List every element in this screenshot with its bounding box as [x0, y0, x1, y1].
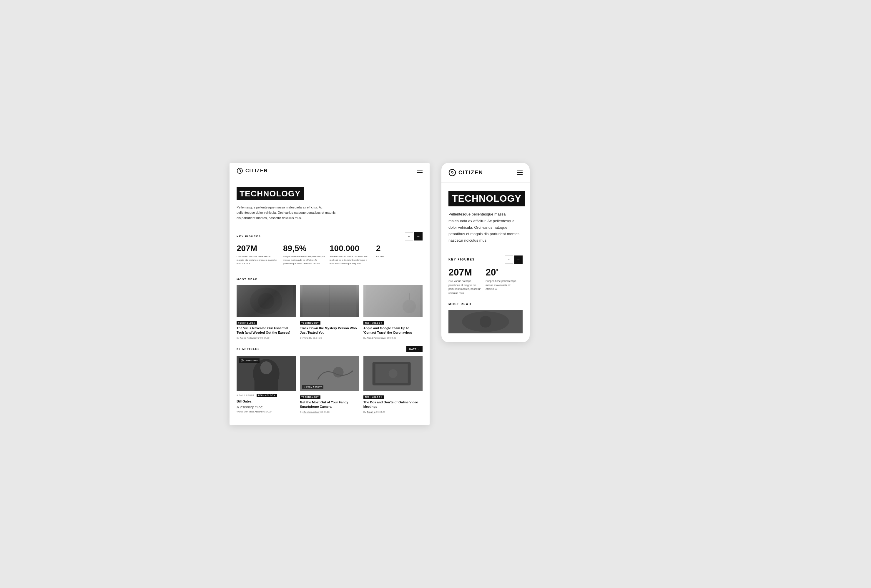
figure-number-3: 100.000 [329, 244, 371, 253]
mobile-key-figures-nav: ← → [505, 255, 522, 264]
mobile-hero-description: Pellentesque pellentesque massa malesuad… [449, 211, 522, 243]
key-figures-next-btn[interactable]: → [414, 232, 422, 240]
card-image-3 [364, 285, 422, 317]
article-author-3[interactable]: Teng Hu [367, 411, 376, 413]
date-filter-btn[interactable]: DATE ↓ [406, 346, 422, 352]
desktop-hero: TECHNOLOGY Pellentesque pellentesque mas… [229, 179, 430, 226]
article-image-2: ● FROM A STORY [300, 356, 359, 391]
svg-point-17 [333, 367, 344, 378]
svg-point-25 [480, 316, 491, 327]
key-figures-prev-btn[interactable]: ← [405, 232, 413, 240]
article-meta-3: By Teng Hu 09.04.20 [364, 411, 422, 413]
article-card-3[interactable]: TECHNOLOGY The Dos and Don'ts of Online … [364, 356, 422, 413]
svg-point-13 [260, 361, 272, 374]
article-date-1: 09.04.20 [262, 410, 271, 413]
card-date-3: 09.04.20 [387, 337, 396, 339]
mobile-most-read-image [449, 310, 522, 333]
figure-number-2: 89,5% [283, 244, 325, 253]
most-read-card-2[interactable]: TECHNOLOGY Track Down the Mystery Person… [300, 285, 359, 339]
card-tag-3: TECHNOLOGY [364, 321, 384, 325]
from-story-badge: ● FROM A STORY [302, 385, 323, 389]
figure-number-4: 2 [376, 244, 418, 253]
mobile-most-read-label: MOST READ [449, 303, 471, 306]
mobile-logo-icon [449, 169, 456, 176]
mobile-most-read-header: MOST READ [441, 301, 530, 306]
mobile-figure-desc-1: Orci varius natoque penatibus et magnis … [449, 279, 481, 295]
key-figures-label: KEY FIGURES [236, 235, 261, 238]
mobile-screen: CITIZEN TECHNOLOGY Pellentesque pellente… [441, 163, 530, 342]
figure-number-1: 207M [236, 244, 278, 253]
most-read-card-1[interactable]: TECHNOLOGY The Virus Revealed Our Essent… [236, 285, 296, 339]
mobile-figure-desc-2: Suspendisse pellentesque massa malesuada… [485, 279, 518, 291]
mobile-category-title: TECHNOLOGY [449, 191, 525, 206]
card-tag-2: TECHNOLOGY [300, 321, 320, 325]
most-read-cards: TECHNOLOGY The Virus Revealed Our Essent… [236, 285, 422, 339]
logo-text: CITIZEN [245, 168, 268, 173]
desktop-logo[interactable]: CITIZEN [236, 167, 268, 174]
logo-icon [236, 167, 243, 174]
article-date-3: 09.04.20 [376, 411, 385, 413]
svg-point-3 [258, 293, 274, 309]
most-read-label: MOST READ [236, 278, 258, 281]
mobile-key-figures-prev-btn[interactable]: ← [505, 255, 513, 264]
article-title-3: The Dos and Don'ts of Online Video Meeti… [364, 400, 422, 409]
card-author-2[interactable]: Teng Hu [303, 337, 312, 339]
figure-item-3: 100.000 Scelerisque sed mattis dis molli… [329, 244, 376, 266]
card-date-1: 09.04.20 [260, 337, 269, 339]
mobile-figure-number-1: 207M [449, 267, 481, 278]
card-meta-2: By Teng Hu 09.04.20 [300, 337, 359, 339]
article-pre-label-1: A TALK ABOUT TECHNOLOGY [236, 394, 296, 398]
articles-header: 28 ARTICLES DATE ↓ [236, 346, 422, 352]
card-author-1[interactable]: Arend Pelleweaver [240, 337, 259, 339]
mobile-key-figures-next-btn[interactable]: → [514, 255, 522, 264]
articles-section: 28 ARTICLES DATE ↓ [229, 339, 430, 413]
hamburger-menu[interactable] [417, 169, 422, 173]
most-read-card-3[interactable]: TECHNOLOGY Apple and Google Team Up to '… [364, 285, 422, 339]
article-author-1[interactable]: Iruka Akuchi [249, 410, 262, 413]
card-date-2: 09.04.20 [313, 337, 322, 339]
mobile-hamburger-menu[interactable] [517, 170, 522, 175]
card-meta-1: By Arend Pelleweaver 09.04.20 [236, 337, 296, 339]
card-author-3[interactable]: Arend Pelleweaver [367, 337, 386, 339]
citizens-talks-badge: Citizen's Talks [239, 358, 259, 363]
mobile-figure-item-2: 20' Suspendisse pellentesque massa males… [485, 267, 522, 295]
mobile-hero: TECHNOLOGY Pellentesque pellentesque mas… [441, 182, 530, 249]
figure-item-2: 89,5% Suspendisse Pellentesque pellentes… [283, 244, 329, 266]
category-title: TECHNOLOGY [236, 187, 304, 200]
key-figures-nav: ← → [405, 232, 422, 240]
figure-item-4: 2 A a con [376, 244, 422, 266]
mobile-header: CITIZEN [441, 163, 530, 182]
hero-description: Pellentesque pellentesque massa malesuad… [236, 205, 337, 221]
card-title-3: Apple and Google Team Up to 'Contact Tra… [364, 326, 422, 335]
mobile-figures-row: 207M Orci varius natoque penatibus et ma… [441, 267, 530, 301]
article-meta-1: Words with Iruka Akuchi 09.04.20 [236, 410, 296, 413]
articles-grid: Citizen's Talks A TALK ABOUT TECHNOLOGY … [236, 356, 422, 413]
overlay-badge-text: Citizen's Talks [245, 360, 258, 362]
from-story-text: FROM A STORY [306, 386, 322, 388]
article-author-2[interactable]: Gunther Ackner [303, 411, 320, 413]
svg-rect-14 [254, 378, 278, 391]
article-image-1: Citizen's Talks [236, 356, 296, 391]
card-tag-1: TECHNOLOGY [236, 321, 257, 325]
figure-item-1: 207M Orci varius natoque penatibus et ma… [236, 244, 283, 266]
desktop-header: CITIZEN [229, 163, 430, 179]
svg-point-21 [388, 369, 397, 378]
desktop-screen: CITIZEN TECHNOLOGY Pellentesque pellente… [229, 163, 430, 425]
article-tag-2: TECHNOLOGY [300, 395, 320, 398]
mobile-logo[interactable]: CITIZEN [449, 169, 483, 176]
mobile-figure-number-2: 20' [485, 267, 518, 278]
card-title-2: Track Down the Mystery Person Who Just T… [300, 326, 359, 335]
mobile-figure-item-1: 207M Orci varius natoque penatibus et ma… [449, 267, 485, 295]
date-filter-label: DATE [409, 348, 417, 351]
date-filter-icon: ↓ [418, 348, 420, 351]
article-meta-2: By Gunther Ackner 09.04.20 [300, 411, 359, 413]
article-title-2: Get the Most Out of Your Fancy Smartphon… [300, 400, 359, 409]
article-card-1[interactable]: Citizen's Talks A TALK ABOUT TECHNOLOGY … [236, 356, 296, 413]
article-tag-1: TECHNOLOGY [257, 394, 277, 397]
figure-desc-4: A a con [376, 255, 418, 258]
article-card-2[interactable]: ● FROM A STORY TECHNOLOGY Get the Most O… [300, 356, 359, 413]
mobile-key-figures-header: KEY FIGURES ← → [441, 249, 530, 267]
articles-count: 28 ARTICLES [236, 348, 260, 351]
card-title-1: The Virus Revealed Our Essential Tech (a… [236, 326, 296, 335]
card-image-1 [236, 285, 296, 317]
